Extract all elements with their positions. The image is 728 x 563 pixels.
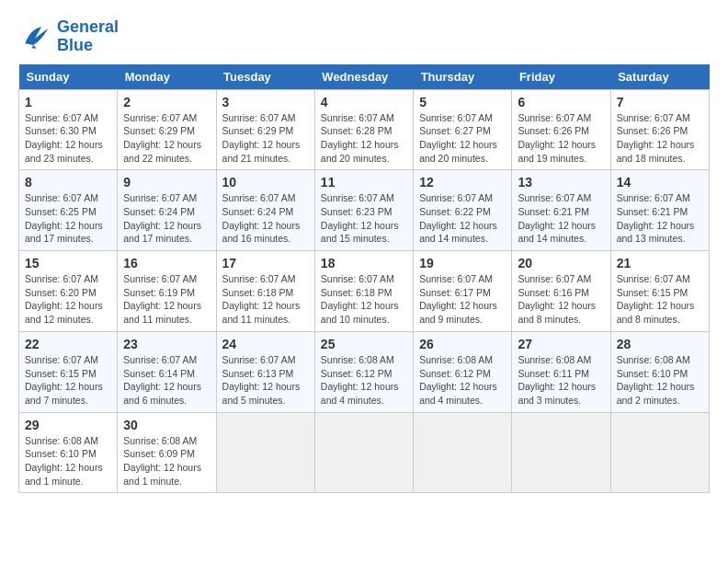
calendar-cell: 12 Sunrise: 6:07 AM Sunset: 6:22 PM Dayl… bbox=[414, 170, 512, 251]
calendar-week-4: 29 Sunrise: 6:08 AM Sunset: 6:10 PM Dayl… bbox=[19, 412, 710, 493]
day-info: Sunrise: 6:08 AM Sunset: 6:10 PM Dayligh… bbox=[25, 434, 111, 488]
day-number: 25 bbox=[321, 337, 407, 351]
calendar-cell bbox=[216, 412, 314, 493]
calendar-cell: 29 Sunrise: 6:08 AM Sunset: 6:10 PM Dayl… bbox=[19, 412, 118, 493]
calendar-cell: 24 Sunrise: 6:07 AM Sunset: 6:13 PM Dayl… bbox=[216, 331, 314, 412]
calendar-cell: 18 Sunrise: 6:07 AM Sunset: 6:18 PM Dayl… bbox=[314, 251, 413, 332]
day-header-saturday: Saturday bbox=[610, 64, 709, 90]
calendar-week-1: 8 Sunrise: 6:07 AM Sunset: 6:25 PM Dayli… bbox=[19, 170, 710, 251]
day-number: 11 bbox=[321, 175, 407, 190]
day-header-tuesday: Tuesday bbox=[216, 64, 314, 90]
logo: General Blue bbox=[18, 18, 119, 55]
calendar-cell: 9 Sunrise: 6:07 AM Sunset: 6:24 PM Dayli… bbox=[118, 170, 216, 251]
calendar-cell: 19 Sunrise: 6:07 AM Sunset: 6:17 PM Dayl… bbox=[414, 251, 512, 332]
day-number: 9 bbox=[123, 175, 210, 190]
day-info: Sunrise: 6:07 AM Sunset: 6:14 PM Dayligh… bbox=[123, 353, 210, 408]
day-header-wednesday: Wednesday bbox=[314, 64, 413, 90]
calendar-cell bbox=[610, 412, 709, 493]
calendar-week-2: 15 Sunrise: 6:07 AM Sunset: 6:20 PM Dayl… bbox=[19, 251, 710, 332]
calendar-cell: 2 Sunrise: 6:07 AM Sunset: 6:29 PM Dayli… bbox=[118, 89, 216, 170]
calendar-cell: 23 Sunrise: 6:07 AM Sunset: 6:14 PM Dayl… bbox=[118, 331, 216, 412]
calendar-header: SundayMondayTuesdayWednesdayThursdayFrid… bbox=[19, 64, 710, 90]
day-number: 22 bbox=[25, 337, 111, 351]
day-number: 10 bbox=[222, 175, 309, 190]
day-number: 7 bbox=[617, 95, 703, 109]
calendar-cell: 20 Sunrise: 6:07 AM Sunset: 6:16 PM Dayl… bbox=[512, 251, 610, 332]
day-number: 20 bbox=[518, 256, 604, 270]
logo-icon bbox=[18, 20, 51, 53]
calendar-cell: 11 Sunrise: 6:07 AM Sunset: 6:23 PM Dayl… bbox=[314, 170, 413, 251]
calendar-cell: 30 Sunrise: 6:08 AM Sunset: 6:09 PM Dayl… bbox=[118, 412, 216, 493]
day-info: Sunrise: 6:07 AM Sunset: 6:26 PM Dayligh… bbox=[518, 111, 604, 166]
day-info: Sunrise: 6:07 AM Sunset: 6:27 PM Dayligh… bbox=[419, 111, 506, 166]
day-number: 6 bbox=[518, 95, 604, 109]
calendar-cell: 6 Sunrise: 6:07 AM Sunset: 6:26 PM Dayli… bbox=[512, 89, 610, 170]
day-info: Sunrise: 6:07 AM Sunset: 6:24 PM Dayligh… bbox=[222, 191, 309, 246]
calendar-cell: 7 Sunrise: 6:07 AM Sunset: 6:26 PM Dayli… bbox=[610, 89, 709, 170]
calendar-cell: 17 Sunrise: 6:07 AM Sunset: 6:18 PM Dayl… bbox=[216, 251, 314, 332]
day-number: 4 bbox=[321, 95, 407, 109]
day-info: Sunrise: 6:07 AM Sunset: 6:19 PM Dayligh… bbox=[123, 272, 210, 327]
day-header-monday: Monday bbox=[118, 64, 216, 90]
calendar-cell bbox=[314, 412, 413, 493]
day-info: Sunrise: 6:07 AM Sunset: 6:28 PM Dayligh… bbox=[321, 111, 407, 166]
day-header-thursday: Thursday bbox=[414, 64, 512, 90]
day-number: 3 bbox=[222, 95, 309, 109]
day-number: 17 bbox=[222, 256, 309, 270]
day-info: Sunrise: 6:08 AM Sunset: 6:09 PM Dayligh… bbox=[123, 434, 210, 488]
day-number: 29 bbox=[25, 418, 111, 432]
day-info: Sunrise: 6:07 AM Sunset: 6:25 PM Dayligh… bbox=[25, 191, 111, 246]
day-number: 27 bbox=[518, 337, 604, 351]
day-number: 18 bbox=[321, 256, 407, 270]
day-header-friday: Friday bbox=[512, 64, 610, 90]
day-number: 15 bbox=[25, 256, 111, 270]
day-info: Sunrise: 6:08 AM Sunset: 6:12 PM Dayligh… bbox=[419, 353, 506, 408]
logo-text: General Blue bbox=[57, 18, 119, 55]
day-number: 2 bbox=[123, 95, 210, 109]
calendar-cell: 4 Sunrise: 6:07 AM Sunset: 6:28 PM Dayli… bbox=[314, 89, 413, 170]
day-info: Sunrise: 6:07 AM Sunset: 6:18 PM Dayligh… bbox=[321, 272, 407, 327]
calendar-cell: 15 Sunrise: 6:07 AM Sunset: 6:20 PM Dayl… bbox=[19, 251, 118, 332]
calendar-cell: 25 Sunrise: 6:08 AM Sunset: 6:12 PM Dayl… bbox=[314, 331, 413, 412]
calendar-cell: 21 Sunrise: 6:07 AM Sunset: 6:15 PM Dayl… bbox=[610, 251, 709, 332]
day-info: Sunrise: 6:07 AM Sunset: 6:22 PM Dayligh… bbox=[419, 191, 506, 246]
calendar-cell: 8 Sunrise: 6:07 AM Sunset: 6:25 PM Dayli… bbox=[19, 170, 118, 251]
calendar-cell: 26 Sunrise: 6:08 AM Sunset: 6:12 PM Dayl… bbox=[414, 331, 512, 412]
day-info: Sunrise: 6:07 AM Sunset: 6:18 PM Dayligh… bbox=[222, 272, 309, 327]
calendar-cell: 27 Sunrise: 6:08 AM Sunset: 6:11 PM Dayl… bbox=[512, 331, 610, 412]
calendar-cell: 13 Sunrise: 6:07 AM Sunset: 6:21 PM Dayl… bbox=[512, 170, 610, 251]
day-info: Sunrise: 6:07 AM Sunset: 6:24 PM Dayligh… bbox=[123, 191, 210, 246]
day-number: 12 bbox=[419, 175, 506, 190]
day-info: Sunrise: 6:07 AM Sunset: 6:29 PM Dayligh… bbox=[123, 111, 210, 166]
day-header-sunday: Sunday bbox=[19, 64, 118, 90]
day-number: 24 bbox=[222, 337, 309, 351]
calendar-cell: 28 Sunrise: 6:08 AM Sunset: 6:10 PM Dayl… bbox=[610, 331, 709, 412]
day-info: Sunrise: 6:07 AM Sunset: 6:20 PM Dayligh… bbox=[25, 272, 111, 327]
day-number: 1 bbox=[25, 95, 111, 109]
page-header: General Blue bbox=[18, 18, 710, 55]
calendar-cell bbox=[414, 412, 512, 493]
day-info: Sunrise: 6:07 AM Sunset: 6:21 PM Dayligh… bbox=[617, 191, 703, 246]
calendar-week-3: 22 Sunrise: 6:07 AM Sunset: 6:15 PM Dayl… bbox=[19, 331, 710, 412]
day-number: 30 bbox=[123, 418, 210, 432]
day-info: Sunrise: 6:07 AM Sunset: 6:29 PM Dayligh… bbox=[222, 111, 309, 166]
day-info: Sunrise: 6:07 AM Sunset: 6:13 PM Dayligh… bbox=[222, 353, 309, 408]
day-info: Sunrise: 6:08 AM Sunset: 6:11 PM Dayligh… bbox=[518, 353, 604, 408]
day-info: Sunrise: 6:07 AM Sunset: 6:17 PM Dayligh… bbox=[419, 272, 506, 327]
calendar-cell: 22 Sunrise: 6:07 AM Sunset: 6:15 PM Dayl… bbox=[19, 331, 118, 412]
calendar-cell: 16 Sunrise: 6:07 AM Sunset: 6:19 PM Dayl… bbox=[118, 251, 216, 332]
day-info: Sunrise: 6:07 AM Sunset: 6:21 PM Dayligh… bbox=[518, 191, 604, 246]
calendar-week-0: 1 Sunrise: 6:07 AM Sunset: 6:30 PM Dayli… bbox=[19, 89, 710, 170]
day-number: 23 bbox=[123, 337, 210, 351]
day-number: 28 bbox=[617, 337, 703, 351]
calendar-body: 1 Sunrise: 6:07 AM Sunset: 6:30 PM Dayli… bbox=[19, 89, 710, 493]
calendar-cell: 1 Sunrise: 6:07 AM Sunset: 6:30 PM Dayli… bbox=[19, 89, 118, 170]
calendar-cell: 10 Sunrise: 6:07 AM Sunset: 6:24 PM Dayl… bbox=[216, 170, 314, 251]
day-number: 13 bbox=[518, 175, 604, 190]
day-info: Sunrise: 6:07 AM Sunset: 6:15 PM Dayligh… bbox=[617, 272, 703, 327]
day-number: 14 bbox=[617, 175, 703, 190]
day-info: Sunrise: 6:08 AM Sunset: 6:12 PM Dayligh… bbox=[321, 353, 407, 408]
day-number: 26 bbox=[419, 337, 506, 351]
day-info: Sunrise: 6:07 AM Sunset: 6:23 PM Dayligh… bbox=[321, 191, 407, 246]
day-info: Sunrise: 6:07 AM Sunset: 6:26 PM Dayligh… bbox=[617, 111, 703, 166]
